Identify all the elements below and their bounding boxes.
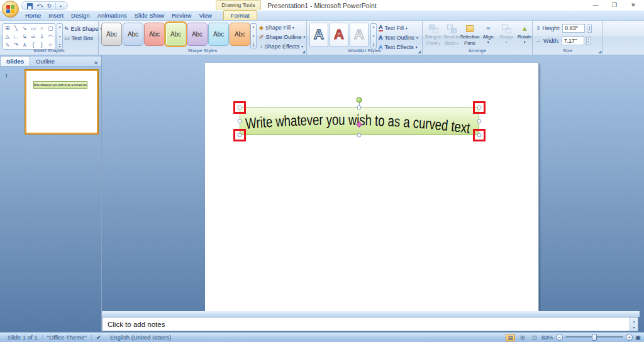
shape-elbow-connector-icon[interactable]: ∟ — [13, 33, 18, 40]
shape-left-brace-icon[interactable]: { — [32, 41, 34, 48]
tab-insert[interactable]: Insert — [45, 11, 67, 20]
group-button[interactable]: Group ▾ — [497, 23, 515, 46]
undo-button[interactable]: ↶▾ — [36, 3, 43, 9]
dialog-launcher-icon[interactable]: ◢ — [598, 50, 601, 53]
scroll-down-icon[interactable]: ▾ — [59, 35, 61, 38]
width-input[interactable] — [562, 36, 584, 45]
curved-text-shape[interactable]: Write whatever you wish to as a curved t… — [240, 108, 479, 135]
close-pane-icon[interactable]: ✕ — [94, 60, 98, 66]
scroll-down-icon[interactable]: ▾ — [253, 34, 255, 38]
shape-freeform-icon[interactable]: ∿ — [5, 41, 9, 48]
zoom-level[interactable]: 83% — [541, 334, 553, 341]
slide-show-view-button[interactable]: ⊡ — [530, 334, 539, 341]
zoom-in-button[interactable]: + — [626, 334, 633, 341]
rotation-handle[interactable] — [357, 97, 362, 103]
tab-design[interactable]: Design — [67, 11, 94, 20]
slide-sorter-view-button[interactable]: ⊞ — [518, 334, 527, 341]
shape-style-thumb[interactable]: Abc — [230, 23, 250, 46]
resize-handle-left[interactable] — [238, 119, 242, 124]
tab-format-active[interactable]: Drawing Tools Format — [223, 10, 257, 20]
normal-view-button[interactable]: ▤ — [506, 334, 515, 341]
notes-pane[interactable]: Click to add notes ▴ ▾ — [102, 317, 638, 331]
redo-button[interactable]: ↻ — [47, 3, 52, 9]
shape-fill-button[interactable]: ◆ Shape Fill ▾ — [259, 25, 305, 31]
shape-style-thumb[interactable]: Abc — [208, 23, 229, 46]
edit-shape-button[interactable]: ✎ Edit Shape ▾ — [64, 26, 102, 32]
scroll-up-icon[interactable]: ▴ — [253, 25, 255, 28]
align-button[interactable]: ≡ Align ▾ — [479, 23, 497, 46]
shape-star-icon[interactable]: ☆ — [48, 41, 53, 48]
bring-to-front-button[interactable]: Bring to Front ▾ — [425, 23, 442, 46]
resize-handle-bottom[interactable] — [357, 133, 362, 138]
fit-slide-button[interactable]: ▣ — [635, 334, 641, 341]
tab-slides[interactable]: Slides — [0, 56, 30, 66]
height-spinner[interactable]: ▴▾ — [587, 25, 592, 33]
shape-outline-button[interactable]: ✐ Shape Outline ▾ — [259, 34, 305, 40]
tab-outline[interactable]: Outline — [30, 57, 60, 66]
dialog-launcher-icon[interactable]: ◢ — [418, 50, 421, 53]
save-icon[interactable] — [27, 3, 33, 9]
send-to-back-button[interactable]: Send to Back ▾ — [443, 23, 460, 46]
shape-style-thumb[interactable]: Abc — [187, 23, 208, 46]
scroll-down-icon[interactable]: ▾ — [373, 34, 375, 38]
resize-handle-right[interactable] — [477, 119, 482, 124]
text-outline-button[interactable]: A Text Outline ▾ — [379, 35, 418, 41]
spell-check-icon[interactable]: ✔ — [92, 334, 106, 341]
tab-slide-show[interactable]: Slide Show — [131, 11, 169, 20]
shape-arc-icon[interactable]: ↷ — [14, 41, 18, 48]
close-button[interactable]: ✕ — [624, 0, 643, 10]
scroll-up-icon[interactable]: ▴ — [373, 25, 375, 28]
shape-rounded-rectangle-icon[interactable]: ▢ — [48, 25, 53, 31]
text-fill-button[interactable]: A Text Fill ▾ — [379, 25, 418, 31]
zoom-out-button[interactable]: − — [556, 334, 563, 341]
scroll-down-icon[interactable]: ▾ — [633, 325, 635, 329]
resize-handle-top[interactable] — [357, 106, 362, 110]
notes-splitter[interactable] — [102, 311, 640, 317]
zoom-slider[interactable] — [565, 336, 623, 338]
slide-canvas[interactable] — [205, 63, 538, 311]
gallery-more-icon[interactable]: ▾ — [253, 43, 255, 47]
text-box-button[interactable]: ▭ Text Box — [64, 35, 102, 41]
shape-arrow-icon[interactable]: ↘ — [23, 25, 27, 31]
scroll-up-icon[interactable]: ▴ — [59, 25, 61, 28]
shape-elbow-arrow-icon[interactable]: ↳ — [23, 33, 27, 40]
notes-scrollbar[interactable]: ▴ ▾ — [630, 317, 638, 331]
shape-textbox-icon[interactable]: ⊞ — [5, 25, 9, 31]
shape-style-thumb-selected[interactable]: Abc — [165, 23, 186, 46]
minimize-button[interactable]: — — [586, 0, 605, 10]
tab-review[interactable]: Review — [168, 11, 195, 20]
shape-down-arrow-icon[interactable]: ⇩ — [40, 33, 44, 40]
scroll-up-icon[interactable]: ▴ — [633, 319, 635, 323]
height-input[interactable] — [562, 24, 585, 33]
shape-cloud-icon[interactable]: ◠ — [48, 33, 52, 40]
office-button[interactable] — [2, 1, 19, 18]
panel-splitter[interactable] — [101, 55, 102, 332]
shape-right-brace-icon[interactable]: } — [41, 41, 43, 48]
shape-style-thumb[interactable]: Abc — [123, 23, 143, 46]
shape-curve-icon[interactable]: ∧ — [23, 41, 26, 48]
language-indicator[interactable]: English (United States) — [106, 334, 175, 341]
zoom-slider-thumb[interactable] — [592, 334, 597, 341]
shape-right-arrow-icon[interactable]: ⇨ — [31, 33, 35, 40]
dialog-launcher-icon[interactable]: ◢ — [302, 50, 305, 53]
shape-oval-icon[interactable]: ○ — [40, 25, 43, 31]
width-icon: ⇔ — [536, 38, 541, 44]
shape-triangle-icon[interactable]: △ — [6, 33, 10, 40]
shape-style-thumb[interactable]: Abc — [144, 23, 165, 46]
wordart-style-thumb[interactable]: A — [330, 23, 348, 47]
rotate-button[interactable]: ▲ Rotate ▾ — [516, 23, 533, 46]
slide-thumbnail[interactable]: Write whatever you wish to as a curved t… — [25, 70, 98, 134]
selection-pane-button[interactable]: Selection Pane — [461, 23, 479, 46]
tab-view[interactable]: View — [195, 11, 215, 20]
gallery-more-icon[interactable]: ▾ — [373, 43, 375, 47]
wordart-style-thumb[interactable]: A — [350, 23, 369, 47]
shape-rectangle-icon[interactable]: ▭ — [31, 25, 36, 31]
shape-line-icon[interactable]: ╲ — [14, 25, 18, 31]
width-spinner[interactable]: ▴▾ — [586, 37, 591, 45]
tab-animations[interactable]: Animations — [94, 11, 131, 20]
shape-style-thumb[interactable]: Abc — [101, 23, 122, 46]
wordart-style-thumb[interactable]: A — [309, 23, 328, 47]
customize-qat-button[interactable]: ▾ — [60, 4, 62, 8]
maximize-button[interactable]: ❐ — [605, 0, 624, 10]
tab-home[interactable]: Home — [21, 11, 45, 20]
